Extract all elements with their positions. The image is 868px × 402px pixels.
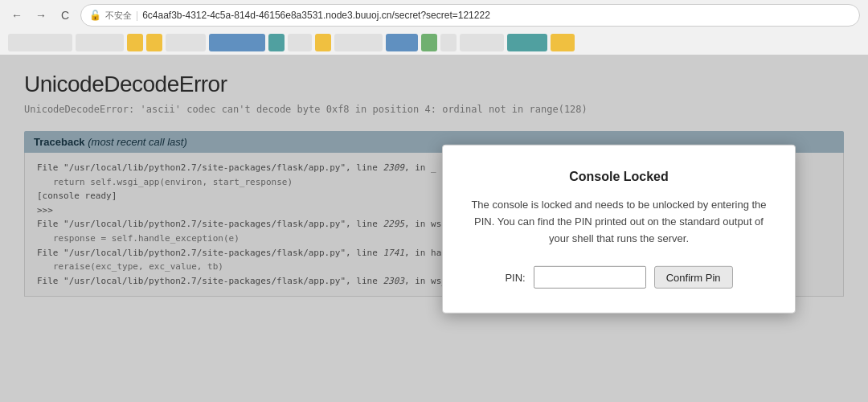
pin-row: PIN: Confirm Pin <box>471 266 767 289</box>
forward-button[interactable]: → <box>32 6 50 24</box>
bookmark-9[interactable] <box>315 34 331 51</box>
bookmark-2[interactable] <box>76 34 124 51</box>
url-text: 6c4aaf3b-4312-4c5a-814d-46156e8a3531.nod… <box>142 10 490 21</box>
bookmark-16[interactable] <box>551 34 575 51</box>
bookmark-13[interactable] <box>440 34 457 51</box>
reload-button[interactable]: C <box>56 6 74 24</box>
bookmark-15[interactable] <box>507 34 547 51</box>
bookmark-8[interactable] <box>288 34 312 51</box>
bookmark-14[interactable] <box>460 34 504 51</box>
bookmark-11[interactable] <box>386 34 418 51</box>
address-bar[interactable]: 🔓 不安全 | 6c4aaf3b-4312-4c5a-814d-46156e8a… <box>80 4 860 27</box>
bookmark-1[interactable] <box>8 34 72 51</box>
bookmark-12[interactable] <box>421 34 437 51</box>
bookmarks-bar <box>0 31 868 55</box>
bookmark-7[interactable] <box>268 34 285 51</box>
pin-label: PIN: <box>505 272 525 284</box>
url-separator: | <box>136 10 138 21</box>
nav-bar: ← → C 🔓 不安全 | 6c4aaf3b-4312-4c5a-814d-46… <box>0 0 868 31</box>
insecure-icon: 🔓 <box>89 10 101 21</box>
page-content: UnicodeDecodeError UnicodeDecodeError: '… <box>0 55 868 402</box>
modal-title: Console Locked <box>471 170 767 184</box>
bookmark-4[interactable] <box>146 34 162 51</box>
bookmark-5[interactable] <box>166 34 206 51</box>
insecure-label: 不安全 <box>105 10 132 22</box>
console-locked-modal: Console Locked The console is locked and… <box>442 145 796 314</box>
pin-input[interactable] <box>534 266 646 289</box>
modal-description: The console is locked and needs to be un… <box>471 197 767 247</box>
bookmark-10[interactable] <box>334 34 383 51</box>
back-button[interactable]: ← <box>8 6 26 24</box>
bookmark-6[interactable] <box>209 34 265 51</box>
confirm-pin-button[interactable]: Confirm Pin <box>654 266 733 289</box>
bookmark-3[interactable] <box>127 34 143 51</box>
browser-chrome: ← → C 🔓 不安全 | 6c4aaf3b-4312-4c5a-814d-46… <box>0 0 868 55</box>
